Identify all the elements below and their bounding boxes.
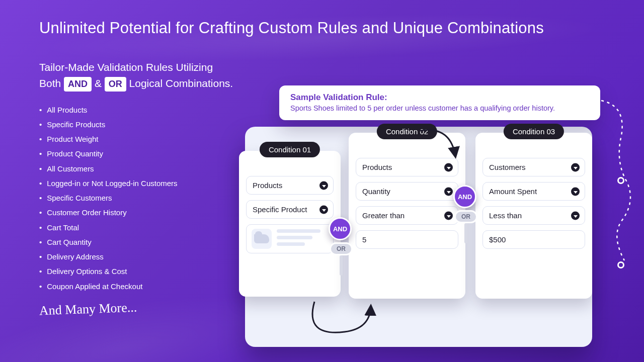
subhead-line: Tailor-Made Validation Rules Utilizing bbox=[39, 61, 213, 73]
list-item: Customer Order History bbox=[39, 205, 240, 220]
joiner-1: AND OR bbox=[329, 217, 354, 276]
page-headline: Unlimited Potential for Crafting Custom … bbox=[39, 19, 544, 37]
list-item: Specific Customers bbox=[39, 191, 240, 205]
subheading: Tailor-Made Validation Rules Utilizing B… bbox=[39, 59, 240, 92]
and-chip: AND bbox=[64, 77, 92, 92]
path-dot bbox=[617, 261, 624, 268]
and-many-more: And Many More... bbox=[39, 300, 137, 318]
field-select-products[interactable]: Products bbox=[356, 158, 458, 176]
and-button[interactable]: AND bbox=[453, 185, 476, 208]
feature-list: All Products Specific Products Product W… bbox=[39, 103, 240, 294]
field-select-quantity[interactable]: Quantity bbox=[356, 182, 458, 201]
subhead-amp: & bbox=[95, 77, 105, 89]
and-button[interactable]: AND bbox=[329, 217, 352, 240]
field-select-less-than[interactable]: Less than bbox=[482, 206, 585, 225]
list-item: Specific Products bbox=[39, 117, 240, 132]
condition-card-1: Condition 01 Products Specific Product bbox=[239, 151, 341, 297]
shoe-icon bbox=[254, 234, 269, 243]
product-row[interactable] bbox=[246, 224, 334, 253]
left-panel: Tailor-Made Validation Rules Utilizing B… bbox=[39, 59, 240, 317]
list-item: Product Weight bbox=[39, 132, 240, 146]
list-item: Delivery Address bbox=[39, 249, 240, 264]
field-select-greater-than[interactable]: Greater than bbox=[356, 206, 458, 225]
path-dot bbox=[617, 177, 624, 184]
subhead-line: Both bbox=[39, 77, 64, 89]
joiner-2: AND OR bbox=[453, 185, 478, 243]
rule-canvas: Sample Validation Rule: Sports Shoes lim… bbox=[239, 80, 631, 356]
condition-tab: Condition 03 bbox=[504, 124, 564, 139]
placeholder-lines bbox=[277, 229, 328, 249]
or-button[interactable]: OR bbox=[330, 242, 353, 255]
field-value-500[interactable]: $500 bbox=[482, 230, 585, 249]
list-item: Logged-in or Not Logged-in Customers bbox=[39, 176, 240, 191]
sample-rule-title: Sample Validation Rule: bbox=[290, 93, 589, 103]
field-select-amount-spent[interactable]: Amount Spent bbox=[482, 182, 585, 201]
condition-tab: Condition 01 bbox=[260, 142, 320, 157]
list-item: Coupon Applied at Checkout bbox=[39, 279, 240, 294]
subhead-line: Logical Combinations. bbox=[129, 77, 233, 89]
list-item: All Customers bbox=[39, 161, 240, 176]
condition-card-3: Condition 03 Customers Amount Spent Less… bbox=[475, 133, 592, 299]
or-chip: OR bbox=[105, 77, 126, 92]
list-item: All Products bbox=[39, 103, 240, 117]
or-button[interactable]: OR bbox=[454, 210, 477, 223]
field-value-5[interactable]: 5 bbox=[356, 230, 458, 249]
field-select-products[interactable]: Products bbox=[246, 176, 334, 195]
field-select-specific-product[interactable]: Specific Product bbox=[246, 200, 334, 219]
product-thumb bbox=[252, 229, 272, 249]
list-item: Product Quantity bbox=[39, 146, 240, 161]
field-select-customers[interactable]: Customers bbox=[482, 158, 585, 176]
list-item: Delivery Options & Cost bbox=[39, 264, 240, 279]
sample-rule-card: Sample Validation Rule: Sports Shoes lim… bbox=[279, 85, 600, 120]
list-item: Cart Quantity bbox=[39, 235, 240, 249]
sample-rule-desc: Sports Shoes limited to 5 per order unle… bbox=[290, 104, 589, 112]
condition-tab: Condition 02 bbox=[377, 124, 437, 139]
list-item: Cart Total bbox=[39, 220, 240, 235]
condition-card-2: Condition 02 Products Quantity Greater t… bbox=[349, 133, 465, 299]
